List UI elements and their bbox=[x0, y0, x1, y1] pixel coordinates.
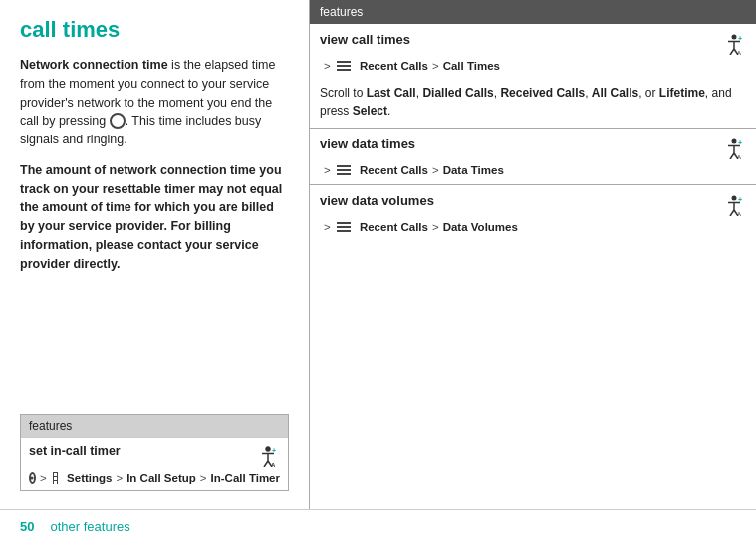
svg-line-19 bbox=[730, 153, 734, 159]
svg-text:A: A bbox=[271, 462, 276, 467]
accessibility-icon-3: + A bbox=[722, 193, 746, 217]
body-paragraph-2: The amount of network connection time yo… bbox=[20, 161, 289, 274]
svg-line-12 bbox=[730, 49, 734, 55]
left-features-box: features set in-call timer + bbox=[20, 414, 289, 491]
left-column: call times Network connection time is th… bbox=[0, 0, 309, 509]
svg-line-26 bbox=[730, 210, 734, 216]
svg-point-22 bbox=[732, 196, 737, 201]
menu-icon-r2 bbox=[337, 164, 351, 176]
page-container: call times Network connection time is th… bbox=[0, 0, 756, 543]
dot-button-icon bbox=[29, 472, 36, 484]
accessibility-icon-1: + A bbox=[722, 32, 746, 56]
svg-text:A: A bbox=[737, 50, 741, 55]
svg-text:A: A bbox=[737, 211, 741, 216]
main-content: call times Network connection time is th… bbox=[0, 0, 756, 509]
svg-line-5 bbox=[264, 461, 268, 467]
bold-text-network: Network connection time bbox=[20, 58, 168, 72]
page-title: call times bbox=[20, 18, 289, 42]
right-feature-title-1: view call times bbox=[320, 32, 410, 47]
right-feature-title-3: view data volumes bbox=[320, 193, 434, 208]
footer-page-number: 50 bbox=[20, 519, 34, 534]
right-feature-view-call-times: view call times + A bbox=[310, 24, 756, 129]
svg-point-15 bbox=[732, 139, 737, 144]
svg-point-8 bbox=[732, 35, 737, 40]
menu-icon-r1 bbox=[337, 60, 351, 72]
accessibility-icon-2: + A bbox=[722, 136, 746, 160]
right-feature-view-data-volumes: view data volumes + A bbox=[310, 185, 756, 241]
right-feature-title-row-2: view data times + A bbox=[310, 129, 756, 164]
accessibility-icon: + A bbox=[256, 444, 280, 468]
right-feature-view-data-times: view data times + A bbox=[310, 129, 756, 185]
right-feature-title-row-1: view call times + A bbox=[310, 24, 756, 60]
right-feature-desc-1: Scroll to Last Call, Dialled Calls, Rece… bbox=[310, 80, 756, 128]
right-feature-title-2: view data times bbox=[320, 136, 415, 151]
right-feature-path-2: > Recent Calls > Data Times bbox=[310, 164, 756, 184]
feature-title-set-in-call-timer: set in-call timer + bbox=[29, 444, 280, 468]
menu-icon-r3 bbox=[337, 221, 351, 233]
end-call-icon-inline bbox=[110, 113, 126, 129]
left-features-header: features bbox=[21, 415, 288, 437]
footer: 50 other features bbox=[0, 509, 756, 543]
right-feature-path-1: > Recent Calls > Call Times bbox=[310, 60, 756, 80]
right-feature-path-3: > Recent Calls > Data Volumes bbox=[310, 221, 756, 241]
settings-grid-icon bbox=[53, 472, 58, 484]
svg-text:A: A bbox=[737, 154, 741, 159]
body-paragraph-1: Network connection time is the elapsed t… bbox=[20, 56, 289, 149]
right-feature-title-row-3: view data volumes + A bbox=[310, 185, 756, 221]
feature-path-set-in-call-timer: > Settings > In Call Setup > In-Call Tim… bbox=[29, 472, 280, 484]
right-features-header: features bbox=[310, 0, 756, 24]
right-column: features view call times + A bbox=[309, 0, 756, 509]
footer-section-label: other features bbox=[50, 519, 129, 534]
feature-set-in-call-timer: set in-call timer + bbox=[21, 437, 288, 490]
